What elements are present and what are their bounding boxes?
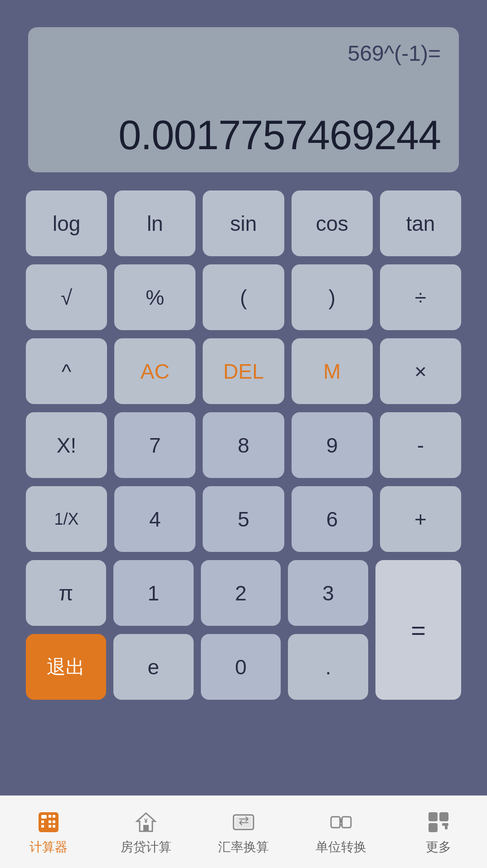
btn-row-7: 退出 e 0 . (26, 634, 368, 700)
divide-button[interactable]: ÷ (380, 264, 461, 330)
five-button[interactable]: 5 (203, 486, 284, 552)
buttons-area: log ln sin cos tan √ % ( ) ÷ ^ AC DEL M … (17, 172, 470, 795)
svg-rect-3 (53, 815, 55, 818)
nav-units-label: 单位转换 (316, 839, 366, 856)
nav-more-label: 更多 (426, 839, 451, 856)
power-button[interactable]: ^ (26, 338, 107, 404)
reciprocal-button[interactable]: 1/X (26, 486, 107, 552)
btn-row-6: π 1 2 3 (26, 560, 368, 626)
mem-button[interactable]: M (292, 338, 373, 404)
nav-exchange-label: 汇率换算 (218, 839, 269, 856)
sin-button[interactable]: sin (203, 190, 284, 256)
last-rows: π 1 2 3 退出 e 0 . = (26, 560, 461, 700)
nav-calculator[interactable]: 计算器 (0, 809, 97, 856)
svg-rect-6 (49, 820, 51, 823)
more-icon (425, 809, 452, 836)
svg-rect-8 (49, 825, 51, 828)
nine-button[interactable]: 9 (292, 412, 373, 478)
btn-row-5: 1/X 4 5 6 + (26, 486, 461, 552)
seven-button[interactable]: 7 (114, 412, 195, 478)
svg-rect-21 (429, 823, 438, 832)
nav-exchange[interactable]: ⇄ 汇率换算 (195, 809, 292, 856)
tan-button[interactable]: tan (380, 190, 461, 256)
minus-button[interactable]: - (380, 412, 461, 478)
nav-mortgage[interactable]: ¥ 房贷计算 (97, 809, 195, 856)
lparen-button[interactable]: ( (203, 264, 284, 330)
svg-rect-11 (143, 825, 149, 831)
exit-button[interactable]: 退出 (26, 634, 106, 700)
del-button[interactable]: DEL (203, 338, 284, 404)
factorial-button[interactable]: X! (26, 412, 107, 478)
svg-text:¥: ¥ (144, 817, 148, 824)
svg-rect-4 (41, 820, 44, 823)
three-button[interactable]: 3 (288, 560, 368, 626)
result-display: 0.0017757469244 (46, 112, 441, 159)
ac-button[interactable]: AC (114, 338, 195, 404)
expression-display: 569^(-1)= (46, 41, 441, 66)
btn-row-2: √ % ( ) ÷ (26, 264, 461, 330)
svg-rect-17 (342, 817, 351, 828)
plus-button[interactable]: + (380, 486, 461, 552)
two-button[interactable]: 2 (201, 560, 281, 626)
svg-rect-2 (49, 815, 51, 818)
svg-rect-20 (439, 812, 448, 821)
dot-button[interactable]: . (288, 634, 368, 700)
equals-button[interactable]: = (375, 560, 461, 700)
svg-rect-23 (445, 823, 448, 829)
six-button[interactable]: 6 (292, 486, 373, 552)
svg-rect-5 (41, 825, 44, 828)
display-panel: 569^(-1)= 0.0017757469244 (28, 27, 459, 172)
euler-button[interactable]: e (113, 634, 194, 700)
btn-row-3: ^ AC DEL M × (26, 338, 461, 404)
nav-mortgage-label: 房贷计算 (121, 839, 171, 856)
ln-button[interactable]: ln (114, 190, 195, 256)
btn-row-1: log ln sin cos tan (26, 190, 461, 256)
log-button[interactable]: log (26, 190, 107, 256)
nav-more[interactable]: 更多 (390, 809, 487, 856)
percent-button[interactable]: % (114, 264, 195, 330)
exchange-icon: ⇄ (230, 809, 257, 836)
rparen-button[interactable]: ) (292, 264, 373, 330)
units-icon (327, 809, 355, 836)
mortgage-icon: ¥ (132, 809, 160, 836)
svg-rect-16 (331, 817, 340, 828)
svg-rect-7 (53, 820, 55, 823)
equals-col: = (375, 560, 461, 700)
eight-button[interactable]: 8 (203, 412, 284, 478)
nav-units[interactable]: 单位转换 (292, 809, 390, 856)
pi-button[interactable]: π (26, 560, 106, 626)
calculator-icon (35, 809, 62, 836)
svg-rect-19 (429, 812, 438, 821)
svg-rect-1 (41, 815, 47, 819)
nav-calculator-label: 计算器 (29, 839, 68, 856)
one-button[interactable]: 1 (113, 560, 194, 626)
zero-button[interactable]: 0 (201, 634, 281, 700)
sqrt-button[interactable]: √ (26, 264, 107, 330)
cos-button[interactable]: cos (292, 190, 373, 256)
multiply-button[interactable]: × (380, 338, 461, 404)
btn-row-4: X! 7 8 9 - (26, 412, 461, 478)
left-four-cols: π 1 2 3 退出 e 0 . (26, 560, 368, 700)
nav-bar: 计算器 ¥ 房贷计算 ⇄ 汇率换算 (0, 795, 487, 868)
svg-text:⇄: ⇄ (238, 814, 248, 828)
four-button[interactable]: 4 (114, 486, 195, 552)
svg-rect-9 (53, 825, 55, 828)
